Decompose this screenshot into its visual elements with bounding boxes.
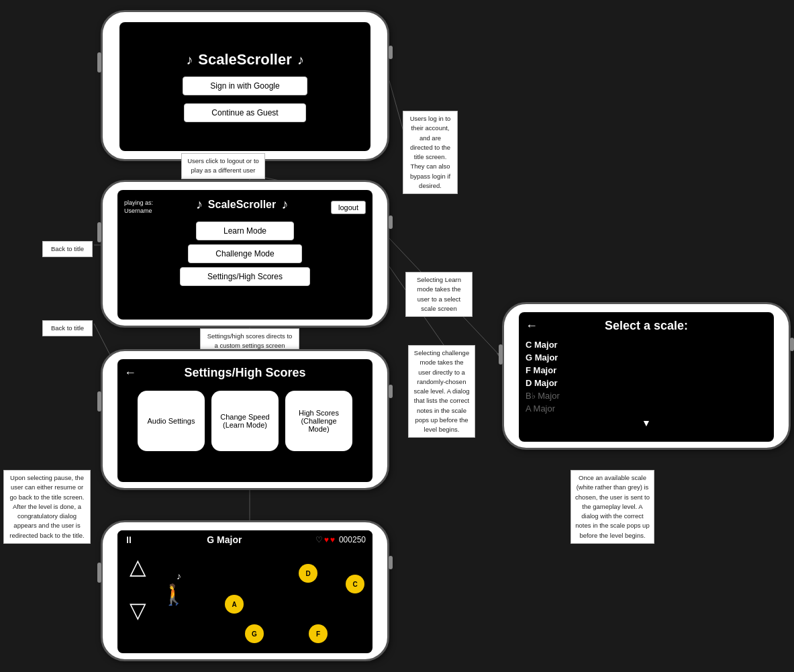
gameplay-area: △ ▽ 🚶 ♪ A D C G F [117,549,373,646]
note-F: F [309,624,328,643]
logout-button[interactable]: logout [331,201,366,214]
note-C: C [346,575,364,593]
level-name: G Major [207,534,242,545]
scale-item-f-major[interactable]: F Major [526,364,767,377]
settings-highscores-button[interactable]: Settings/High Scores [180,267,310,286]
heart-empty-icon: ♡ [315,535,323,544]
phone-login: ♪ ScaleScroller ♪ Sign in with Google Co… [101,10,389,161]
main-menu-screen: playing as: Username ♪ ScaleScroller ♪ l… [117,190,373,320]
settings-header: ← Settings/High Scores [124,366,366,380]
scale-item-g-major[interactable]: G Major [526,351,767,364]
pause-annotation: Upon selecting pause, the user can eithe… [3,470,91,544]
select-scale-title: Select a scale: [605,319,688,333]
learn-mode-button[interactable]: Learn Mode [196,222,294,240]
app-title-login: ♪ ScaleScroller ♪ [186,51,303,68]
settings-title: Settings/High Scores [184,366,305,380]
scale-item-a-major: A Major [526,402,767,415]
pause-button[interactable]: ⏸ [124,534,134,545]
music-note-left-icon: ♪ [186,52,193,68]
musical-note-icon: ♪ [177,571,181,581]
continue-guest-button[interactable]: Continue as Guest [184,103,305,122]
scale-item-c-major[interactable]: C Major [526,338,767,351]
music-icon-left: ♪ [196,197,203,212]
audio-settings-card[interactable]: Audio Settings [138,391,205,451]
scale-list: C Major G Major F Major D Major B♭ Major… [526,338,767,415]
select-scale-header: ← Select a scale: [526,319,767,333]
note-A: A [225,595,244,614]
select-scale-screen: ← Select a scale: C Major G Major F Majo… [519,312,774,442]
note-D: D [299,564,317,583]
phone-left-btn [97,222,101,242]
menu-header: playing as: Username ♪ ScaleScroller ♪ l… [124,197,366,218]
playing-as-text: playing as: Username [124,199,153,215]
challenge-mode-button[interactable]: Challenge Mode [188,244,301,263]
scale-item-d-major[interactable]: D Major [526,377,767,389]
gameplay-screen: ⏸ G Major ♡ ♥ ♥ 000250 △ ▽ 🚶 ♪ A D [117,530,373,653]
login-annotation: Users log in to their account, and are d… [403,111,458,194]
phone-right-btn [389,385,393,398]
score-display: 000250 [339,535,366,544]
phone-right-btn [790,338,794,351]
phone-left-btn [499,344,503,365]
back-to-title-2-annotation: Back to title [42,320,93,336]
sign-in-google-button[interactable]: Sign in with Google [183,77,307,95]
scroll-down-arrow[interactable]: ▼ [526,418,767,428]
heart-full-icon-2: ♥ [330,535,335,544]
settings-screen: ← Settings/High Scores Audio Settings Ch… [117,359,373,482]
phone-left-btn [97,563,101,583]
high-scores-card[interactable]: High Scores (Challenge Mode) [285,391,352,451]
music-note-right-icon: ♪ [297,52,304,68]
phone-right-btn [389,46,393,59]
learn-mode-annotation: Selecting Learn mode takes the user to a… [405,272,473,317]
phone-settings: ← Settings/High Scores Audio Settings Ch… [101,349,389,490]
phone-left-btn [97,391,101,412]
stick-figure: 🚶 [161,583,186,606]
settings-cards: Audio Settings Change Speed (Learn Mode)… [124,391,366,451]
phone-main-menu: playing as: Username ♪ ScaleScroller ♪ l… [101,180,389,328]
challenge-mode-annotation: Selecting challenge mode takes the user … [408,345,475,438]
note-G: G [245,624,264,643]
menu-buttons: Learn Mode Challenge Mode Settings/High … [124,222,366,286]
scale-item-bb-major: B♭ Major [526,389,767,402]
heart-full-icon-1: ♥ [324,535,329,544]
arrow-down-player[interactable]: ▽ [130,599,146,621]
logout-annotation: Users click to logout or to play as a di… [181,153,265,179]
back-arrow-settings[interactable]: ← [124,366,136,380]
main-title: ♪ ScaleScroller ♪ [196,197,288,212]
hearts-display: ♡ ♥ ♥ [315,535,335,544]
arrow-up-player[interactable]: △ [130,556,146,577]
back-to-title-1-annotation: Back to title [42,241,93,257]
phone-right-btn [389,556,393,569]
back-arrow-scale[interactable]: ← [526,319,538,333]
gameplay-header: ⏸ G Major ♡ ♥ ♥ 000250 [117,530,373,549]
phone-gameplay: ⏸ G Major ♡ ♥ ♥ 000250 △ ▽ 🚶 ♪ A D [101,520,389,661]
change-speed-card[interactable]: Change Speed (Learn Mode) [211,391,279,451]
login-screen: ♪ ScaleScroller ♪ Sign in with Google Co… [119,22,370,151]
phone-right-btn [389,215,393,229]
scale-chosen-annotation: Once an available scale (white rather th… [570,470,654,544]
hud-right: ♡ ♥ ♥ 000250 [315,535,366,544]
phone-left-btn [97,52,101,73]
phone-select-scale: ← Select a scale: C Major G Major F Majo… [502,302,791,450]
music-icon-right: ♪ [281,197,288,212]
